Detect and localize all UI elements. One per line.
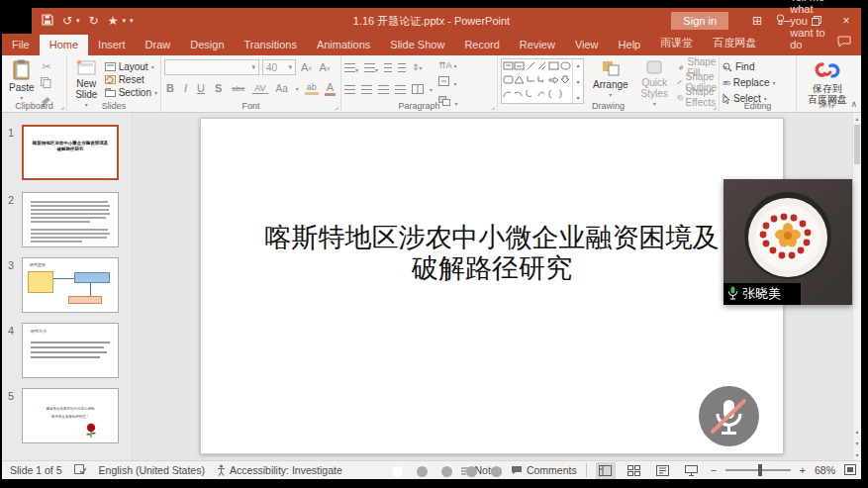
microphone-muted-button[interactable] xyxy=(699,386,759,446)
zoom-out-icon[interactable]: − xyxy=(711,464,717,476)
reading-view-button[interactable] xyxy=(653,462,673,479)
line-spacing-icon[interactable]: ⇕▾ xyxy=(412,62,423,72)
find-button[interactable]: Find xyxy=(723,60,793,73)
progress-dot-5[interactable] xyxy=(491,466,502,477)
thumbnail-slide-5[interactable]: 感谢各位专家莅临对我悉心帮助 恳请各位专家批评指正！ xyxy=(22,388,119,443)
shapes-scrollbar[interactable]: ▴▾▾ xyxy=(572,59,583,103)
underline-button[interactable]: U xyxy=(195,82,207,94)
accessibility-status[interactable]: Accessibility: Investigate xyxy=(217,464,342,476)
tab-transitions[interactable]: Transitions xyxy=(235,35,307,55)
zoom-slider[interactable] xyxy=(725,469,791,471)
previous-slide-icon[interactable]: ▴ xyxy=(853,428,861,435)
section-button[interactable]: Section ▾ xyxy=(105,86,157,98)
tab-draw[interactable]: Draw xyxy=(136,35,181,55)
tab-record[interactable]: Record xyxy=(454,35,509,55)
character-spacing-button[interactable]: AV xyxy=(252,83,267,94)
scrollbar-thumb[interactable] xyxy=(854,125,860,164)
scroll-down-icon[interactable]: ▾ xyxy=(853,451,861,458)
columns-icon[interactable] xyxy=(412,80,424,98)
replace-button[interactable]: ab Replace ▾ xyxy=(723,76,793,89)
save-icon[interactable] xyxy=(42,14,53,29)
language-indicator[interactable]: English (United States) xyxy=(99,464,205,476)
next-slide-icon[interactable]: ▾ xyxy=(853,439,861,446)
shapes-gallery[interactable]: ▴▾▾ xyxy=(501,58,584,104)
clipboard-dialog-launcher[interactable]: ⌟ xyxy=(60,102,64,111)
decrease-indent-icon[interactable] xyxy=(384,58,392,76)
tab-help[interactable]: Help xyxy=(609,35,651,55)
paste-button[interactable]: Paste ▾ xyxy=(5,58,39,98)
minimize-button[interactable]: – xyxy=(772,8,802,34)
text-direction-icon[interactable]: ⇈A ▾ xyxy=(438,60,457,70)
bullets-icon[interactable]: ▾ xyxy=(344,58,358,76)
arrange-button[interactable]: Arrange ▾ xyxy=(589,58,632,98)
thumbnail-slide-3[interactable]: 研究思路 xyxy=(22,257,119,313)
align-left-icon[interactable] xyxy=(344,85,355,94)
tab-home[interactable]: Home xyxy=(40,35,88,55)
restore-button[interactable] xyxy=(802,8,831,34)
vertical-scrollbar[interactable]: ▴ ▴ ▾ ▾ xyxy=(852,113,861,460)
scroll-up-icon[interactable]: ▴ xyxy=(853,115,861,122)
bold-button[interactable]: B xyxy=(164,82,176,94)
comments-button[interactable]: Comments xyxy=(511,464,577,476)
numbering-icon[interactable]: ▾ xyxy=(364,58,378,76)
copy-icon[interactable] xyxy=(41,74,53,92)
tab-insert[interactable]: Insert xyxy=(88,35,136,55)
zoom-slider-thumb[interactable] xyxy=(758,464,762,476)
slideshow-view-button[interactable] xyxy=(682,462,702,479)
tab-view[interactable]: View xyxy=(565,35,609,55)
collapse-ribbon-icon[interactable]: ∧ xyxy=(850,99,857,109)
tab-yuketang[interactable]: 雨课堂 xyxy=(650,32,703,55)
undo-icon[interactable]: ↺ xyxy=(62,14,72,28)
quick-styles-button[interactable]: Quick Styles ▾ xyxy=(637,58,672,98)
progress-dot-4[interactable] xyxy=(466,466,477,477)
shadow-button[interactable]: S xyxy=(213,82,224,94)
thumbnail-slide-2[interactable] xyxy=(22,192,119,247)
tab-design[interactable]: Design xyxy=(180,35,234,55)
align-right-icon[interactable] xyxy=(378,85,389,94)
tab-baidu-netdisk[interactable]: 百度网盘 xyxy=(703,32,766,55)
align-center-icon[interactable] xyxy=(361,85,372,94)
new-slide-button[interactable]: New Slide ▾ xyxy=(70,58,103,98)
font-color-button[interactable]: A xyxy=(325,81,336,96)
star-caret-icon[interactable]: ▾ xyxy=(122,17,126,25)
paragraph-dialog-launcher[interactable]: ⌟ xyxy=(491,102,495,111)
spellcheck-icon[interactable] xyxy=(74,464,87,477)
tab-slide-show[interactable]: Slide Show xyxy=(380,35,454,55)
zoom-level[interactable]: 68% xyxy=(815,464,835,476)
justify-icon[interactable] xyxy=(395,85,406,94)
italic-button[interactable]: I xyxy=(182,82,189,94)
tab-review[interactable]: Review xyxy=(510,35,565,55)
highlight-color-button[interactable]: ab xyxy=(305,82,319,95)
customize-qat-icon[interactable]: ▾ xyxy=(130,17,134,25)
progress-dot-2[interactable] xyxy=(417,466,428,477)
normal-view-button[interactable] xyxy=(596,462,616,479)
close-button[interactable]: × xyxy=(831,8,861,34)
strikethrough-button[interactable]: abc xyxy=(230,84,246,93)
progress-dot-3[interactable] xyxy=(441,466,452,477)
font-name-combo[interactable]: ▾ xyxy=(164,59,259,75)
sign-in-button[interactable]: Sign in xyxy=(671,12,728,30)
fit-slide-icon[interactable] xyxy=(844,464,856,477)
increase-font-icon[interactable]: A˄ xyxy=(299,61,314,73)
reset-button[interactable]: Reset xyxy=(105,73,157,85)
favorite-star-icon[interactable]: ★ xyxy=(108,14,119,28)
webcam-overlay[interactable]: 张晓美 xyxy=(723,179,852,305)
font-size-combo[interactable]: 40▾ xyxy=(262,59,296,75)
layout-button[interactable]: Layout ▾ xyxy=(105,60,157,72)
cut-icon[interactable]: ✂ xyxy=(41,60,53,73)
slide-sorter-view-button[interactable] xyxy=(625,462,644,479)
comments-bubble-icon[interactable] xyxy=(837,34,851,55)
undo-caret-icon[interactable]: ▾ xyxy=(76,17,80,25)
thumbnail-slide-4[interactable]: 研究方法 xyxy=(22,323,119,378)
drawing-dialog-launcher[interactable]: ⌟ xyxy=(713,102,717,111)
slide-canvas[interactable]: 喀斯特地区涉农中小微企业融资困境及 破解路径研究 xyxy=(200,118,784,454)
change-case-button[interactable]: Aa xyxy=(274,83,290,94)
tab-file[interactable]: File xyxy=(2,35,40,55)
thumbnail-slide-1[interactable]: 喀斯特地区涉农中小微企业融资困境及 破解路径研究 xyxy=(22,125,119,180)
ribbon-display-options-icon[interactable]: ⊞ xyxy=(742,8,772,34)
decrease-font-icon[interactable]: A˅ xyxy=(317,61,332,73)
slide-title-textbox[interactable]: 喀斯特地区涉农中小微企业融资困境及 破解路径研究 xyxy=(201,222,783,283)
redo-icon[interactable]: ↻ xyxy=(89,14,99,28)
align-text-icon[interactable]: ▾ xyxy=(438,72,457,90)
tab-animations[interactable]: Animations xyxy=(307,35,380,55)
